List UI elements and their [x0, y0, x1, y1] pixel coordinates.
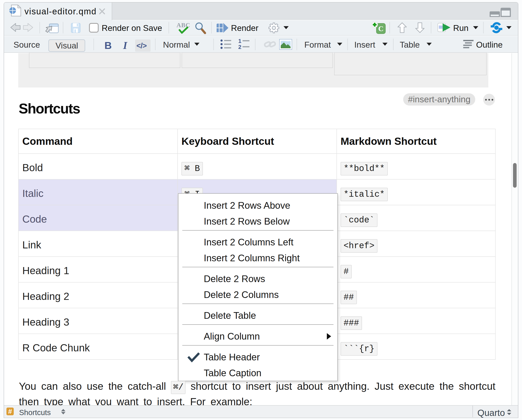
svg-text:C: C — [378, 25, 384, 33]
svg-text:2: 2 — [238, 44, 241, 50]
svg-text:1: 1 — [238, 38, 241, 44]
